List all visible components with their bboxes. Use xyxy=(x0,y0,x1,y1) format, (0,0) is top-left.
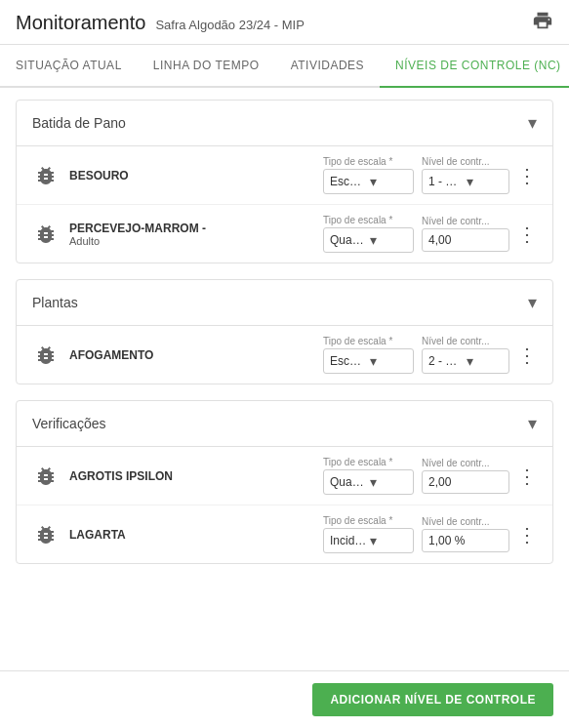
list-item: AGROTIS IPSILON Tipo de escala * Quantid… xyxy=(17,447,552,506)
dropdown-arrow-icon: ▾ xyxy=(370,232,408,248)
dropdown-arrow-icon: ▾ xyxy=(370,174,408,189)
more-options-icon[interactable]: ⋮ xyxy=(517,523,537,546)
more-options-icon[interactable]: ⋮ xyxy=(517,465,537,488)
tipo-value: Quantidade ... xyxy=(330,475,368,489)
tab-niveis[interactable]: NÍVEIS DE CONTROLE (NC) xyxy=(380,45,569,86)
nivel-value-field[interactable]: 1,00 % xyxy=(422,529,509,552)
tipo-escala-group: Tipo de escala * Escala de 0 ... ▾ xyxy=(323,336,414,374)
tab-linha[interactable]: LINHA DO TEMPO xyxy=(138,45,275,86)
dropdown-arrow-icon: ▾ xyxy=(467,353,503,369)
section-header-batida[interactable]: Batida de Pano ▾ xyxy=(17,101,552,145)
nivel-value: 1 - Baixo xyxy=(428,175,465,188)
list-item: PERCEVEJO-MARROM - Adulto Tipo de escala… xyxy=(17,205,552,263)
add-nivel-button[interactable]: ADICIONAR NÍVEL DE CONTROLE xyxy=(312,683,553,716)
nivel-select[interactable]: 1 - Baixo ▾ xyxy=(422,169,509,194)
more-options-icon[interactable]: ⋮ xyxy=(517,164,537,187)
nivel-value: 4,00 xyxy=(428,233,451,247)
more-options-icon[interactable]: ⋮ xyxy=(517,222,537,246)
item-name: AGROTIS IPSILON xyxy=(69,469,177,483)
tab-atividades[interactable]: ATIVIDADES xyxy=(275,45,380,86)
tipo-value: Escala de 0 ... xyxy=(330,354,368,368)
nivel-value: 2 - Médio xyxy=(428,354,465,368)
nivel-label: Nível de contr... xyxy=(422,458,509,468)
chevron-down-icon: ▾ xyxy=(528,112,537,134)
bottom-bar: ADICIONAR NÍVEL DE CONTROLE xyxy=(0,670,569,728)
tipo-escala-group: Tipo de escala * Quantidade ... ▾ xyxy=(323,457,414,495)
tipo-select[interactable]: Quantidade ... ▾ xyxy=(323,227,414,253)
section-batida-de-pano: Batida de Pano ▾ BESOURO Tipo de escala … xyxy=(16,100,553,263)
section-plantas: Plantas ▾ AFOGAMENTO Tipo de escala * Es… xyxy=(16,279,553,384)
page-title: Monitoramento xyxy=(16,12,145,34)
tipo-label: Tipo de escala * xyxy=(323,457,414,467)
tipo-select[interactable]: Incidência (%) ▾ xyxy=(323,528,414,553)
bug-icon xyxy=(32,521,60,548)
tipo-escala-group: Tipo de escala * Incidência (%) ▾ xyxy=(323,515,414,553)
section-header-plantas[interactable]: Plantas ▾ xyxy=(17,280,552,325)
main-content: Batida de Pano ▾ BESOURO Tipo de escala … xyxy=(0,88,569,693)
item-name-block: AFOGAMENTO xyxy=(69,348,177,362)
tipo-escala-group: Tipo de escala * Quantidade ... ▾ xyxy=(323,215,414,253)
list-item: AFOGAMENTO Tipo de escala * Escala de 0 … xyxy=(17,326,552,384)
item-fields: Tipo de escala * Escala de 0 ... ▾ Nível… xyxy=(186,156,537,194)
item-name: LAGARTA xyxy=(69,528,177,542)
chevron-down-icon: ▾ xyxy=(528,292,537,313)
item-fields: Tipo de escala * Escala de 0 ... ▾ Nível… xyxy=(186,336,537,374)
nivel-value-field[interactable]: 4,00 xyxy=(422,228,509,252)
nivel-value: 1,00 % xyxy=(428,534,465,547)
nivel-value-field[interactable]: 2,00 xyxy=(422,470,509,494)
item-fields: Tipo de escala * Incidência (%) ▾ Nível … xyxy=(186,515,537,553)
nivel-label: Nível de contr... xyxy=(422,156,509,167)
bug-icon xyxy=(32,162,60,189)
dropdown-arrow-icon: ▾ xyxy=(370,353,408,369)
list-item: BESOURO Tipo de escala * Escala de 0 ...… xyxy=(17,146,552,205)
tipo-value: Quantidade ... xyxy=(330,233,368,247)
section-title-verificacoes: Verificações xyxy=(32,416,105,431)
nivel-label: Nível de contr... xyxy=(422,336,509,346)
tipo-label: Tipo de escala * xyxy=(323,156,414,167)
chevron-down-icon: ▾ xyxy=(528,413,537,434)
item-sub: Adulto xyxy=(69,235,206,247)
item-name: BESOURO xyxy=(69,169,177,182)
nivel-group: Nível de contr... 2,00 xyxy=(422,458,509,494)
nivel-select[interactable]: 2 - Médio ▾ xyxy=(422,348,509,374)
nivel-label: Nível de contr... xyxy=(422,216,509,226)
section-title-batida: Batida de Pano xyxy=(32,115,126,131)
nivel-group: Nível de contr... 1 - Baixo ▾ xyxy=(422,156,509,194)
dropdown-arrow-icon: ▾ xyxy=(467,174,503,189)
nivel-group: Nível de contr... 1,00 % xyxy=(422,516,509,552)
item-name: AFOGAMENTO xyxy=(69,348,177,362)
item-name-block: PERCEVEJO-MARROM - Adulto xyxy=(69,222,206,247)
more-options-icon[interactable]: ⋮ xyxy=(517,344,537,367)
nivel-group: Nível de contr... 2 - Médio ▾ xyxy=(422,336,509,374)
tipo-label: Tipo de escala * xyxy=(323,336,414,346)
bug-icon xyxy=(32,463,60,490)
tipo-label: Tipo de escala * xyxy=(323,515,414,526)
dropdown-arrow-icon: ▾ xyxy=(370,474,408,490)
dropdown-arrow-icon: ▾ xyxy=(370,533,408,548)
page-subtitle: Safra Algodão 23/24 - MIP xyxy=(155,18,304,32)
item-name-block: BESOURO xyxy=(69,169,177,182)
tab-situacao[interactable]: SITUAÇÃO ATUAL xyxy=(0,45,138,86)
tipo-select[interactable]: Quantidade ... ▾ xyxy=(323,469,414,495)
item-fields: Tipo de escala * Quantidade ... ▾ Nível … xyxy=(216,215,537,253)
item-fields: Tipo de escala * Quantidade ... ▾ Nível … xyxy=(186,457,537,495)
item-name-block: LAGARTA xyxy=(69,528,177,542)
nivel-label: Nível de contr... xyxy=(422,516,509,527)
tipo-label: Tipo de escala * xyxy=(323,215,414,225)
section-header-verificacoes[interactable]: Verificações ▾ xyxy=(17,401,552,446)
top-bar: Monitoramento Safra Algodão 23/24 - MIP xyxy=(0,0,569,45)
nivel-group: Nível de contr... 4,00 xyxy=(422,216,509,252)
tipo-value: Incidência (%) xyxy=(330,534,368,547)
item-name: PERCEVEJO-MARROM - xyxy=(69,222,206,235)
section-title-plantas: Plantas xyxy=(32,295,78,310)
tipo-select[interactable]: Escala de 0 ... ▾ xyxy=(323,169,414,194)
list-item: LAGARTA Tipo de escala * Incidência (%) … xyxy=(17,506,552,563)
nivel-value: 2,00 xyxy=(428,475,451,489)
tipo-value: Escala de 0 ... xyxy=(330,175,368,188)
tipo-escala-group: Tipo de escala * Escala de 0 ... ▾ xyxy=(323,156,414,194)
bug-icon xyxy=(32,221,60,248)
tipo-select[interactable]: Escala de 0 ... ▾ xyxy=(323,348,414,374)
section-verificacoes: Verificações ▾ AGROTIS IPSILON Tipo de e… xyxy=(16,400,553,564)
print-icon[interactable] xyxy=(532,10,553,36)
bug-icon xyxy=(32,342,60,369)
